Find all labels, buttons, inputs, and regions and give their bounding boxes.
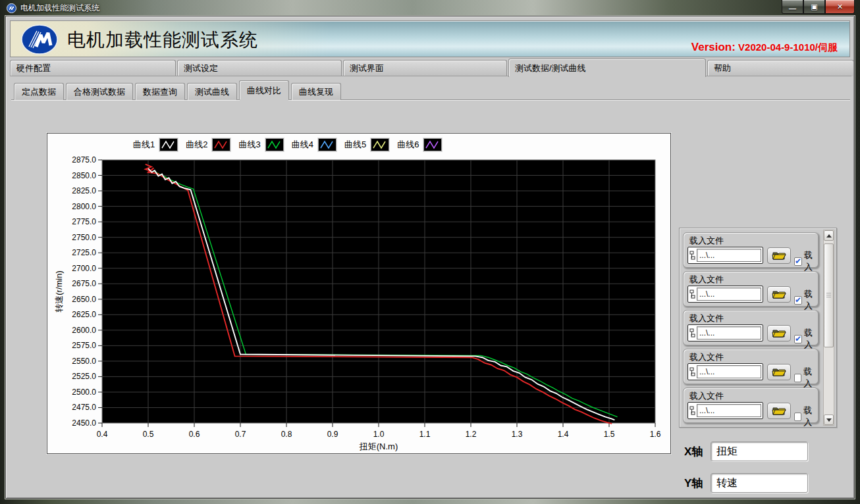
main-tab-2[interactable]: 测试设定 bbox=[177, 60, 342, 76]
file-path-text: ...\... bbox=[697, 326, 761, 340]
main-tab-3[interactable]: 测试界面 bbox=[343, 60, 507, 76]
path-icon bbox=[688, 403, 697, 418]
legend-label: 曲线5 bbox=[344, 139, 366, 151]
main-tab-1[interactable]: 硬件配置 bbox=[10, 60, 176, 76]
close-button[interactable]: ✕ bbox=[825, 0, 855, 14]
legend-item-5: 曲线5 bbox=[344, 138, 389, 151]
legend-swatch[interactable] bbox=[423, 138, 442, 151]
load-file-group-1: 载入文件 ...\... ✔ 载入 bbox=[683, 232, 819, 268]
load-checkbox[interactable]: ✔ bbox=[794, 257, 802, 266]
window-title: 电机加载性能测试系统 bbox=[20, 3, 99, 14]
legend-swatch[interactable] bbox=[371, 138, 389, 151]
main-tab-bar: 硬件配置测试设定测试界面测试数据/测试曲线帮助 bbox=[10, 59, 851, 76]
sub-tab-4[interactable]: 测试曲线 bbox=[187, 83, 237, 100]
folder-icon bbox=[772, 328, 786, 338]
svg-text:2775.0: 2775.0 bbox=[72, 217, 96, 226]
load-file-label: 载入文件 bbox=[689, 351, 724, 363]
svg-text:2525.0: 2525.0 bbox=[72, 372, 96, 381]
legend-swatch[interactable] bbox=[159, 138, 178, 151]
company-logo-icon bbox=[21, 24, 58, 55]
chart-legend: 曲线1曲线2曲线3曲线4曲线5曲线6 bbox=[133, 138, 450, 151]
svg-text:1.4: 1.4 bbox=[558, 430, 569, 439]
folder-icon bbox=[772, 290, 786, 299]
app-icon bbox=[7, 3, 16, 13]
legend-label: 曲线4 bbox=[292, 139, 313, 151]
folder-icon bbox=[772, 367, 786, 377]
file-path-text: ...\... bbox=[697, 288, 761, 301]
version-text: Version: V2020-04-9-1010/伺服 bbox=[691, 41, 838, 54]
maximize-icon: ▣ bbox=[811, 3, 817, 11]
load-checkbox[interactable] bbox=[794, 374, 801, 382]
sub-tab-5[interactable]: 曲线对比 bbox=[239, 80, 289, 100]
load-file-group-5: 载入文件 ...\... 载入 bbox=[683, 388, 819, 423]
load-file-group-2: 载入文件 ...\... ✔ 载入 bbox=[683, 271, 819, 307]
svg-text:2500.0: 2500.0 bbox=[72, 388, 96, 397]
svg-text:1.1: 1.1 bbox=[419, 430, 431, 439]
file-path-input[interactable]: ...\... bbox=[687, 363, 763, 380]
sub-tab-6[interactable]: 曲线复现 bbox=[291, 83, 341, 100]
svg-text:0.6: 0.6 bbox=[189, 430, 200, 439]
sub-tab-3[interactable]: 数据查询 bbox=[135, 83, 185, 100]
browse-folder-button[interactable] bbox=[767, 403, 791, 419]
svg-text:2625.0: 2625.0 bbox=[72, 310, 96, 319]
comparison-chart: 2450.02475.02500.02525.02550.02575.02600… bbox=[47, 153, 672, 455]
arrow-down-icon bbox=[826, 418, 832, 422]
browse-folder-button[interactable] bbox=[767, 325, 791, 341]
legend-swatch[interactable] bbox=[318, 138, 336, 151]
folder-icon bbox=[772, 406, 786, 416]
folder-icon bbox=[772, 251, 786, 261]
load-checkbox[interactable] bbox=[794, 413, 801, 421]
file-path-input[interactable]: ...\... bbox=[687, 247, 763, 264]
svg-text:1.6: 1.6 bbox=[650, 430, 661, 439]
browse-folder-button[interactable] bbox=[767, 286, 791, 303]
svg-text:2650.0: 2650.0 bbox=[72, 295, 96, 304]
load-files-panel: 载入文件 ...\... 载入 载入文件 bbox=[679, 228, 837, 428]
title-bar: 电机加载性能测试系统 — ▣ ✕ bbox=[0, 0, 860, 16]
load-checkbox[interactable]: ✔ bbox=[794, 296, 802, 305]
file-path-text: ...\... bbox=[697, 404, 761, 417]
x-axis-input[interactable]: 扭矩 bbox=[711, 441, 808, 461]
path-icon bbox=[688, 286, 697, 302]
header-banner: 电机加载性能测试系统 Version: V2020-04-9-1010/伺服 bbox=[10, 20, 850, 57]
scroll-up-button[interactable] bbox=[824, 230, 834, 241]
svg-text:2875.0: 2875.0 bbox=[72, 155, 96, 164]
path-icon bbox=[688, 247, 697, 263]
path-icon bbox=[688, 325, 697, 341]
minimize-button[interactable]: — bbox=[782, 0, 803, 14]
maximize-button[interactable]: ▣ bbox=[803, 0, 825, 14]
load-file-group-3: 载入文件 ...\... ✔ 载入 bbox=[683, 310, 819, 345]
files-scrollbar[interactable] bbox=[823, 230, 834, 426]
legend-swatch[interactable] bbox=[265, 138, 284, 151]
load-checkbox-label: 载入 bbox=[803, 405, 818, 428]
file-path-input[interactable]: ...\... bbox=[687, 324, 763, 341]
svg-text:2800.0: 2800.0 bbox=[72, 202, 96, 211]
file-path-input[interactable]: ...\... bbox=[687, 402, 763, 419]
load-file-group-4: 载入文件 ...\... 载入 bbox=[683, 349, 819, 384]
browse-folder-button[interactable] bbox=[767, 364, 791, 380]
main-tab-5[interactable]: 帮助 bbox=[707, 60, 854, 76]
legend-swatch[interactable] bbox=[212, 138, 230, 151]
svg-text:0.4: 0.4 bbox=[97, 430, 108, 439]
svg-text:2850.0: 2850.0 bbox=[72, 171, 96, 180]
browse-folder-button[interactable] bbox=[767, 247, 791, 264]
file-path-input[interactable]: ...\... bbox=[687, 286, 763, 303]
load-checkbox-label: 载入 bbox=[804, 288, 818, 312]
main-tab-4[interactable]: 测试数据/测试曲线 bbox=[508, 59, 706, 77]
sub-tab-2[interactable]: 合格测试数据 bbox=[66, 83, 133, 100]
arrow-up-icon bbox=[826, 234, 832, 238]
load-file-label: 载入文件 bbox=[689, 274, 724, 286]
svg-text:扭矩(N.m): 扭矩(N.m) bbox=[359, 441, 398, 451]
legend-item-3: 曲线3 bbox=[238, 138, 283, 151]
sub-tab-1[interactable]: 定点数据 bbox=[14, 83, 64, 100]
y-axis-input[interactable]: 转速 bbox=[711, 473, 808, 493]
tab-page-curve-compare: 曲线1曲线2曲线3曲线4曲线5曲线6 2450.02475.02500.0252… bbox=[11, 99, 850, 495]
scroll-down-button[interactable] bbox=[824, 415, 834, 425]
svg-text:2725.0: 2725.0 bbox=[72, 248, 96, 257]
svg-text:0.9: 0.9 bbox=[327, 430, 338, 439]
legend-label: 曲线6 bbox=[397, 139, 419, 151]
scrollbar-thumb[interactable] bbox=[824, 243, 834, 347]
load-checkbox-label: 载入 bbox=[804, 249, 818, 273]
legend-label: 曲线2 bbox=[186, 139, 207, 151]
load-checkbox[interactable]: ✔ bbox=[794, 335, 802, 343]
sub-tab-bar: 定点数据合格测试数据数据查询测试曲线曲线对比曲线复现 bbox=[14, 80, 343, 100]
